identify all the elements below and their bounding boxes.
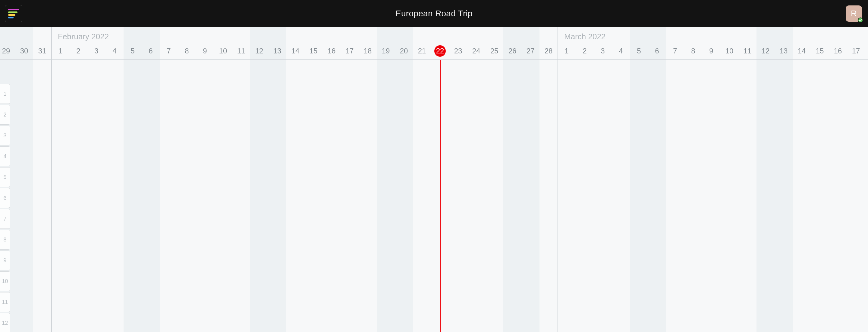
day-cell[interactable]: 20 [395, 42, 413, 60]
day-cell[interactable]: 12 [756, 42, 775, 60]
day-number: 8 [691, 47, 695, 55]
day-cell[interactable]: 7 [666, 42, 684, 60]
day-cell[interactable]: 21 [413, 42, 431, 60]
row-handle[interactable]: 12 [0, 313, 10, 332]
status-online-icon [858, 18, 863, 23]
day-cell[interactable]: 13 [775, 42, 793, 60]
day-cell[interactable]: 9 [196, 42, 214, 60]
day-cell[interactable]: 4 [612, 42, 630, 60]
app-header: European Road Trip R [0, 0, 868, 27]
avatar-initial: R [851, 9, 857, 19]
day-cell[interactable]: 3 [594, 42, 612, 60]
day-number: 3 [601, 47, 604, 55]
app-logo-button[interactable] [5, 5, 22, 22]
day-cell[interactable]: 17 [847, 42, 865, 60]
day-cell-today[interactable]: 22 [431, 42, 449, 60]
day-cell[interactable]: 14 [286, 42, 304, 60]
day-cell[interactable]: 6 [142, 42, 160, 60]
day-number: 16 [328, 47, 336, 55]
day-cell[interactable]: 1 [558, 42, 576, 60]
day-number: 1 [564, 47, 568, 55]
day-number: 19 [382, 47, 390, 55]
day-cell[interactable]: 14 [793, 42, 811, 60]
row-handle[interactable]: 6 [0, 188, 10, 208]
day-number: 12 [255, 47, 264, 55]
day-cell[interactable]: 28 [539, 42, 558, 60]
row-handle[interactable]: 7 [0, 209, 10, 229]
day-cell[interactable]: 27 [521, 42, 539, 60]
day-cell[interactable]: 16 [322, 42, 341, 60]
day-number: 5 [637, 47, 641, 55]
day-cell[interactable]: 13 [268, 42, 286, 60]
row-handle[interactable]: 4 [0, 146, 10, 166]
day-cell[interactable]: 9 [702, 42, 720, 60]
day-number: 1 [58, 47, 62, 55]
day-cell[interactable]: 29 [0, 42, 15, 60]
day-cell[interactable]: 1 [51, 42, 69, 60]
day-cell[interactable]: 3 [87, 42, 105, 60]
day-cell[interactable]: 31 [33, 42, 51, 60]
row-handle[interactable]: 5 [0, 167, 10, 187]
timeline-date-header[interactable]: February 2022March 2022 2930311234567891… [0, 27, 868, 60]
row-handle[interactable]: 2 [0, 105, 10, 124]
day-cell[interactable]: 25 [485, 42, 503, 60]
month-divider [51, 60, 52, 332]
day-cell[interactable]: 8 [178, 42, 196, 60]
row-handle[interactable]: 8 [0, 230, 10, 250]
day-cell[interactable]: 24 [467, 42, 485, 60]
day-number: 28 [545, 47, 553, 55]
row-handle[interactable]: 11 [0, 292, 10, 312]
user-avatar[interactable]: R [846, 5, 862, 22]
day-number: 8 [185, 47, 189, 55]
day-cell[interactable]: 30 [15, 42, 33, 60]
day-cell[interactable]: 26 [503, 42, 521, 60]
timeline-body[interactable]: 123456789101112 [0, 60, 868, 332]
day-cell[interactable]: 18 [865, 42, 868, 60]
day-cell[interactable]: 16 [829, 42, 847, 60]
weekend-stripe [630, 60, 666, 332]
day-number: 25 [490, 47, 498, 55]
day-cell[interactable]: 12 [250, 42, 268, 60]
day-cell[interactable]: 2 [576, 42, 594, 60]
row-handle[interactable]: 10 [0, 271, 10, 291]
day-cell[interactable]: 4 [105, 42, 124, 60]
today-line [440, 60, 441, 332]
day-cell[interactable]: 2 [69, 42, 87, 60]
day-cell[interactable]: 17 [341, 42, 359, 60]
day-number: 7 [167, 47, 170, 55]
weekend-stripe [756, 60, 793, 332]
row-handle[interactable]: 9 [0, 250, 10, 271]
day-cell[interactable]: 19 [377, 42, 395, 60]
day-cell[interactable]: 10 [720, 42, 738, 60]
day-cell[interactable]: 11 [232, 42, 250, 60]
day-cell[interactable]: 15 [811, 42, 829, 60]
row-handle[interactable]: 1 [0, 84, 10, 104]
day-cell[interactable]: 6 [648, 42, 666, 60]
day-cell[interactable]: 5 [630, 42, 648, 60]
day-cell[interactable]: 23 [449, 42, 467, 60]
day-cell[interactable]: 11 [738, 42, 756, 60]
day-number: 14 [291, 47, 300, 55]
day-cell[interactable]: 18 [359, 42, 377, 60]
day-number: 22 [436, 47, 444, 55]
day-number: 6 [149, 47, 153, 55]
day-number: 2 [583, 47, 587, 55]
day-number: 26 [508, 47, 517, 55]
day-number: 12 [762, 47, 770, 55]
day-number: 27 [527, 47, 535, 55]
day-cell[interactable]: 10 [214, 42, 232, 60]
day-number: 15 [816, 47, 824, 55]
weekend-stripe [377, 60, 413, 332]
day-cell[interactable]: 8 [684, 42, 702, 60]
day-cell[interactable]: 15 [304, 42, 322, 60]
day-number: 23 [454, 47, 462, 55]
logo-bar-icon [8, 9, 19, 10]
weekend-stripe [250, 60, 286, 332]
day-cell[interactable]: 7 [160, 42, 178, 60]
month-divider [558, 60, 558, 332]
row-handle[interactable]: 3 [0, 126, 10, 145]
day-cell[interactable]: 5 [124, 42, 142, 60]
day-number: 18 [364, 47, 372, 55]
logo-bar-icon [8, 14, 16, 16]
project-title[interactable]: European Road Trip [396, 9, 472, 19]
